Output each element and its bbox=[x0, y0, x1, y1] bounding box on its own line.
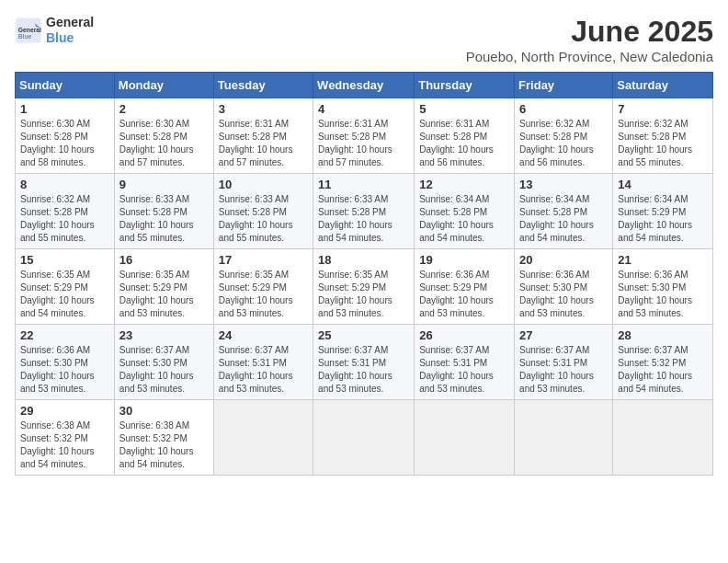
day-cell-25: 25 Sunrise: 6:37 AMSunset: 5:31 PMDaylig… bbox=[313, 325, 415, 400]
day-cell-21: 21 Sunrise: 6:36 AMSunset: 5:30 PMDaylig… bbox=[613, 249, 713, 325]
day-cell-13: 13 Sunrise: 6:34 AMSunset: 5:28 PMDaylig… bbox=[515, 174, 613, 249]
day-cell-6: 6 Sunrise: 6:32 AMSunset: 5:28 PMDayligh… bbox=[515, 98, 613, 174]
day-cell-16: 16 Sunrise: 6:35 AMSunset: 5:29 PMDaylig… bbox=[114, 249, 213, 325]
empty-cell bbox=[613, 400, 713, 476]
day-cell-23: 23 Sunrise: 6:37 AMSunset: 5:30 PMDaylig… bbox=[114, 325, 213, 400]
table-row: 22 Sunrise: 6:36 AMSunset: 5:30 PMDaylig… bbox=[16, 325, 713, 400]
day-cell-10: 10 Sunrise: 6:33 AMSunset: 5:28 PMDaylig… bbox=[213, 174, 313, 249]
day-cell-3: 3 Sunrise: 6:31 AMSunset: 5:28 PMDayligh… bbox=[213, 98, 313, 174]
day-cell-17: 17 Sunrise: 6:35 AMSunset: 5:29 PMDaylig… bbox=[213, 249, 313, 325]
day-cell-4: 4 Sunrise: 6:31 AMSunset: 5:28 PMDayligh… bbox=[313, 98, 415, 174]
location-subtitle: Pouebo, North Province, New Caledonia bbox=[466, 49, 713, 64]
day-cell-27: 27 Sunrise: 6:37 AMSunset: 5:31 PMDaylig… bbox=[515, 325, 613, 400]
table-row: 29 Sunrise: 6:38 AMSunset: 5:32 PMDaylig… bbox=[16, 400, 713, 476]
empty-cell bbox=[415, 400, 515, 476]
day-cell-12: 12 Sunrise: 6:34 AMSunset: 5:28 PMDaylig… bbox=[415, 174, 515, 249]
logo-blue-text: Blue bbox=[46, 30, 94, 46]
day-cell-19: 19 Sunrise: 6:36 AMSunset: 5:29 PMDaylig… bbox=[415, 249, 515, 325]
svg-text:Blue: Blue bbox=[18, 33, 32, 40]
title-area: June 2025 Pouebo, North Province, New Ca… bbox=[466, 15, 713, 64]
logo-icon: General Blue bbox=[15, 17, 42, 44]
day-cell-24: 24 Sunrise: 6:37 AMSunset: 5:31 PMDaylig… bbox=[213, 325, 313, 400]
month-year-title: June 2025 bbox=[466, 15, 713, 49]
day-cell-29: 29 Sunrise: 6:38 AMSunset: 5:32 PMDaylig… bbox=[16, 400, 115, 476]
empty-cell bbox=[515, 400, 613, 476]
calendar-table: Sunday Monday Tuesday Wednesday Thursday… bbox=[15, 72, 713, 476]
header-sunday: Sunday bbox=[16, 73, 115, 98]
empty-cell bbox=[313, 400, 415, 476]
logo: General Blue General Blue bbox=[15, 15, 94, 46]
logo-general-text: General bbox=[46, 15, 94, 30]
day-cell-28: 28 Sunrise: 6:37 AMSunset: 5:32 PMDaylig… bbox=[613, 325, 713, 400]
header: General Blue General Blue June 2025 Poue… bbox=[15, 15, 713, 64]
table-row: 15 Sunrise: 6:35 AMSunset: 5:29 PMDaylig… bbox=[16, 249, 713, 325]
day-cell-18: 18 Sunrise: 6:35 AMSunset: 5:29 PMDaylig… bbox=[313, 249, 415, 325]
day-cell-9: 9 Sunrise: 6:33 AMSunset: 5:28 PMDayligh… bbox=[114, 174, 213, 249]
header-thursday: Thursday bbox=[415, 73, 515, 98]
day-cell-30: 30 Sunrise: 6:38 AMSunset: 5:32 PMDaylig… bbox=[114, 400, 213, 476]
table-row: 1 Sunrise: 6:30 AMSunset: 5:28 PMDayligh… bbox=[16, 98, 713, 174]
day-cell-14: 14 Sunrise: 6:34 AMSunset: 5:29 PMDaylig… bbox=[613, 174, 713, 249]
day-cell-26: 26 Sunrise: 6:37 AMSunset: 5:31 PMDaylig… bbox=[415, 325, 515, 400]
header-tuesday: Tuesday bbox=[213, 73, 313, 98]
header-friday: Friday bbox=[515, 73, 613, 98]
empty-cell bbox=[213, 400, 313, 476]
day-cell-8: 8 Sunrise: 6:32 AMSunset: 5:28 PMDayligh… bbox=[16, 174, 115, 249]
day-cell-20: 20 Sunrise: 6:36 AMSunset: 5:30 PMDaylig… bbox=[515, 249, 613, 325]
days-header-row: Sunday Monday Tuesday Wednesday Thursday… bbox=[16, 73, 713, 98]
day-cell-5: 5 Sunrise: 6:31 AMSunset: 5:28 PMDayligh… bbox=[415, 98, 515, 174]
header-monday: Monday bbox=[114, 73, 213, 98]
day-cell-1: 1 Sunrise: 6:30 AMSunset: 5:28 PMDayligh… bbox=[16, 98, 115, 174]
header-wednesday: Wednesday bbox=[313, 73, 415, 98]
day-cell-11: 11 Sunrise: 6:33 AMSunset: 5:28 PMDaylig… bbox=[313, 174, 415, 249]
day-cell-15: 15 Sunrise: 6:35 AMSunset: 5:29 PMDaylig… bbox=[16, 249, 115, 325]
day-cell-22: 22 Sunrise: 6:36 AMSunset: 5:30 PMDaylig… bbox=[16, 325, 115, 400]
table-row: 8 Sunrise: 6:32 AMSunset: 5:28 PMDayligh… bbox=[16, 174, 713, 249]
header-saturday: Saturday bbox=[613, 73, 713, 98]
day-cell-7: 7 Sunrise: 6:32 AMSunset: 5:28 PMDayligh… bbox=[613, 98, 713, 174]
day-cell-2: 2 Sunrise: 6:30 AMSunset: 5:28 PMDayligh… bbox=[114, 98, 213, 174]
